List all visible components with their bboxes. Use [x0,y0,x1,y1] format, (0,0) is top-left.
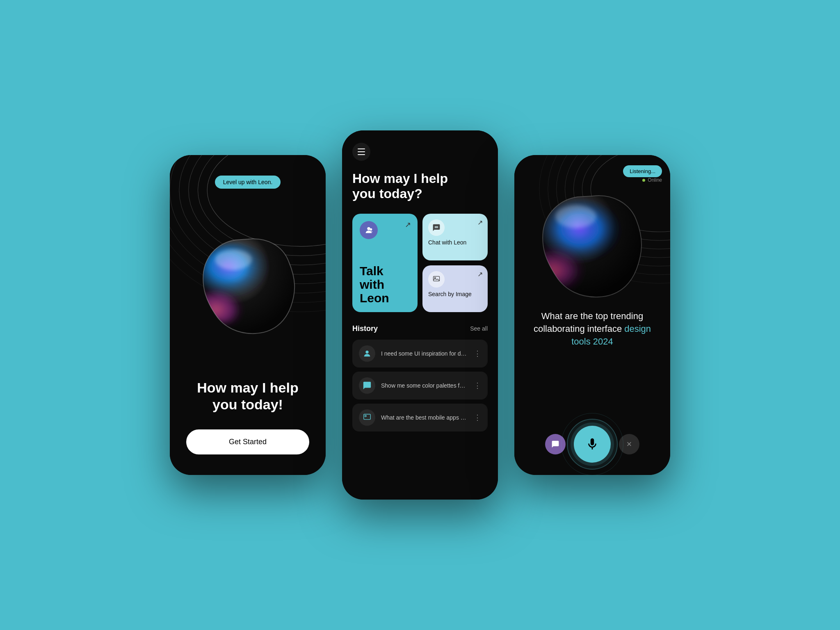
see-all-link[interactable]: See all [470,325,488,332]
history-title: History [352,324,378,333]
chat-label: Chat with Leon [428,239,482,246]
hamburger-button[interactable] [352,143,370,161]
center-heading: How may I help you today? [352,171,488,201]
talk-person-icon [360,221,378,239]
center-top-bar [352,143,488,161]
svg-rect-16 [364,414,371,419]
right-top-bar: Listening... Online [523,167,662,175]
history-menu-3[interactable]: ⋮ [474,413,481,422]
level-up-badge: Level up with Leon. [215,176,281,189]
history-avatar-2 [359,377,375,394]
chat-arrow-icon: ↗ [477,219,483,226]
talk-with-leon-card[interactable]: ↗ Talk with Leon [352,214,418,312]
history-item-2[interactable]: Show me some color palettes for AI... ⋮ [352,372,488,399]
left-heading: How may I help you today! Get Started [186,379,309,454]
listening-badge: Listening... [623,165,662,177]
history-avatar-1 [359,345,375,362]
voice-query-text: What are the top trending collaborating … [523,310,662,348]
history-item-1[interactable]: I need some UI inspiration for dark... ⋮ [352,340,488,368]
svg-point-9 [199,278,256,323]
right-orb [535,187,650,302]
hamburger-line-1 [358,148,365,149]
microphone-button[interactable] [574,426,611,463]
search-arrow-icon: ↗ [477,270,483,278]
history-item-3[interactable]: What are the best mobile apps 2023... ⋮ [352,404,488,431]
svg-point-27 [555,205,596,228]
chat-icon [428,219,445,236]
history-header: History See all [352,324,488,333]
history-text-1: I need some UI inspiration for dark... [381,350,468,357]
history-avatar-3 [359,409,375,426]
chat-with-leon-card[interactable]: ↗ Chat with Leon [422,214,488,260]
search-label: Search by Image [428,291,482,297]
left-phone: Level up with Leon. [170,155,326,475]
talk-label: Talk with Leon [360,264,410,305]
talk-arrow-icon: ↗ [405,220,411,229]
svg-point-10 [215,249,252,270]
online-label: Online [648,177,662,183]
hamburger-line-3 [358,154,365,155]
get-started-button[interactable]: Get Started [186,429,309,454]
hamburger-line-2 [358,151,365,152]
history-text-2: Show me some color palettes for AI... [381,382,468,389]
center-phone: How may I help you today? ↗ [342,130,498,500]
svg-point-11 [367,227,370,230]
left-orb [194,231,301,338]
online-dot [642,179,645,182]
svg-point-15 [365,350,368,353]
svg-point-17 [365,415,367,417]
history-text-3: What are the best mobile apps 2023... [381,414,468,421]
online-indicator: Online [642,177,662,183]
right-phone: Listening... Online [514,155,670,475]
svg-rect-13 [434,276,440,281]
history-menu-2[interactable]: ⋮ [474,381,481,390]
svg-point-26 [537,238,603,288]
bottom-controls: × [514,426,670,463]
svg-point-12 [370,228,372,231]
search-by-image-card[interactable]: ↗ Search by Image [422,265,488,312]
action-cards-grid: ↗ Talk with Leon ↗ Chat with Leon ↗ [352,214,488,312]
history-menu-1[interactable]: ⋮ [474,349,481,358]
search-image-icon [428,271,445,288]
